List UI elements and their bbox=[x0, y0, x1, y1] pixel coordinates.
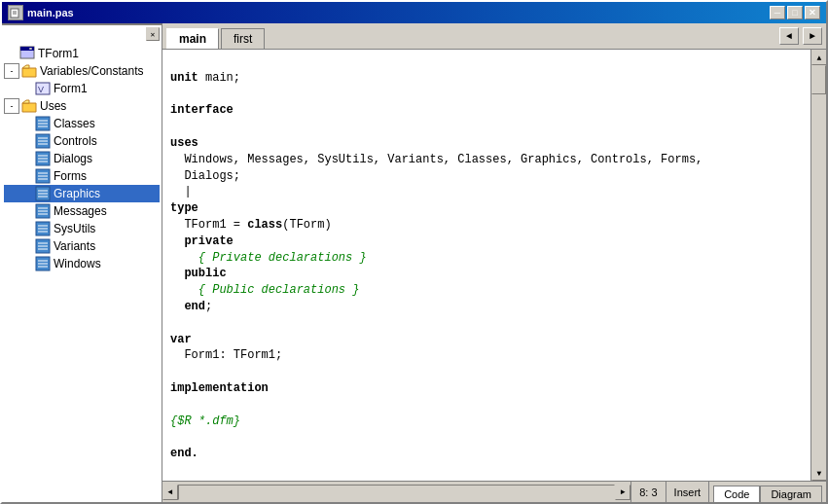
code-line-5 bbox=[170, 119, 803, 135]
vertical-scrollbar[interactable]: ▲ ▼ bbox=[810, 50, 826, 481]
tree-item-controls[interactable]: Controls bbox=[4, 132, 160, 150]
module-icon-controls bbox=[35, 133, 51, 149]
code-line-7: Windows, Messages, SysUtils, Variants, C… bbox=[170, 152, 803, 168]
code-line-1 bbox=[170, 54, 803, 70]
code-line-8: Dialogs; bbox=[170, 168, 803, 185]
tree-close-button[interactable]: ✕ bbox=[146, 27, 160, 41]
tree-label-graphics: Graphics bbox=[54, 187, 100, 200]
right-panel: main first ◄ ► unit main; interface bbox=[162, 23, 826, 502]
tree-item-sysutils[interactable]: SysUtils bbox=[4, 220, 160, 237]
close-button[interactable]: ✕ bbox=[805, 6, 820, 19]
insert-mode: Insert bbox=[666, 482, 710, 502]
code-line-6: uses bbox=[170, 135, 803, 152]
module-icon-forms bbox=[35, 168, 51, 184]
view-tab-diagram[interactable]: Diagram bbox=[760, 486, 822, 502]
main-window: main.pas ─ □ ✕ ✕ bbox=[0, 0, 828, 504]
code-editor[interactable]: unit main; interface uses Windows, Messa… bbox=[162, 50, 810, 481]
tree-label-uses: Uses bbox=[40, 99, 66, 113]
code-line-2: unit main; bbox=[170, 70, 803, 87]
var-icon: V bbox=[35, 81, 51, 96]
expand-variables[interactable]: - bbox=[4, 63, 19, 79]
tree-item-messages[interactable]: Messages bbox=[4, 202, 160, 220]
module-icon-windows bbox=[35, 256, 51, 271]
code-line-18: var bbox=[170, 332, 803, 348]
module-icon-graphics bbox=[35, 186, 51, 201]
tree-item-graphics[interactable]: Graphics bbox=[4, 185, 160, 202]
tree-item-uses[interactable]: - Uses bbox=[4, 97, 160, 115]
expand-uses[interactable]: - bbox=[4, 98, 19, 114]
code-line-11: TForm1 = class(TForm) bbox=[170, 217, 803, 234]
tree-label-windows: Windows bbox=[54, 257, 101, 270]
code-line-20 bbox=[170, 364, 803, 380]
tree-label-sysutils: SysUtils bbox=[54, 222, 95, 235]
scroll-right-button[interactable]: ► bbox=[615, 485, 630, 500]
code-line-23: {$R *.dfm} bbox=[170, 414, 803, 430]
code-line-25: end. bbox=[170, 446, 803, 462]
code-line-24 bbox=[170, 429, 803, 446]
cursor-position: 8: 3 bbox=[631, 482, 666, 502]
nav-forward-button[interactable]: ► bbox=[803, 27, 822, 45]
scroll-track[interactable] bbox=[811, 65, 826, 465]
tree-label-classes: Classes bbox=[54, 117, 95, 130]
window-body: ✕ TForm1 - bbox=[2, 23, 826, 502]
module-icon-messages bbox=[35, 203, 51, 219]
tree-item-forms[interactable]: Forms bbox=[4, 167, 160, 185]
minimize-button[interactable]: ─ bbox=[770, 6, 785, 19]
tree-item-form1[interactable]: V Form1 bbox=[4, 80, 160, 97]
tree-item-variables[interactable]: - Variables/Constants bbox=[4, 62, 160, 80]
tree-label-form1-var: Form1 bbox=[54, 82, 88, 95]
window-title: main.pas bbox=[27, 7, 74, 18]
code-line-12: private bbox=[170, 234, 803, 250]
tab-bar: main first ◄ ► bbox=[162, 23, 826, 50]
code-line-21: implementation bbox=[170, 380, 803, 397]
code-line-17 bbox=[170, 315, 803, 332]
tree-label-variables: Variables/Constants bbox=[40, 64, 144, 78]
window-icon bbox=[8, 5, 23, 20]
tree-item-tform1[interactable]: TForm1 bbox=[4, 45, 160, 62]
tree-item-variants[interactable]: Variants bbox=[4, 237, 160, 255]
tree-label-tform1: TForm1 bbox=[38, 47, 79, 60]
scroll-thumb[interactable] bbox=[811, 65, 826, 94]
title-bar: main.pas ─ □ ✕ bbox=[2, 2, 826, 23]
tree-label-variants: Variants bbox=[54, 239, 95, 253]
mode-text: Insert bbox=[674, 486, 702, 498]
tree-label-forms: Forms bbox=[54, 169, 87, 183]
code-line-3 bbox=[170, 87, 803, 103]
module-icon-sysutils bbox=[35, 221, 51, 236]
tree-item-dialogs[interactable]: Dialogs bbox=[4, 150, 160, 167]
code-line-13: { Private declarations } bbox=[170, 250, 803, 267]
code-line-9: | bbox=[170, 184, 803, 200]
title-bar-left: main.pas bbox=[8, 5, 74, 20]
status-bar: ◄ ► 8: 3 Insert Code Diagram bbox=[162, 481, 826, 502]
tree-label-dialogs: Dialogs bbox=[54, 152, 92, 165]
svg-text:V: V bbox=[38, 85, 44, 94]
code-line-4: interface bbox=[170, 102, 803, 119]
tab-first[interactable]: first bbox=[221, 28, 265, 49]
view-tab-code[interactable]: Code bbox=[713, 486, 760, 502]
tab-main[interactable]: main bbox=[166, 28, 219, 49]
view-tabs: Code Diagram bbox=[709, 482, 826, 502]
code-line-19: Form1: TForm1; bbox=[170, 347, 803, 364]
tree-label-controls: Controls bbox=[54, 134, 97, 148]
svg-rect-5 bbox=[29, 48, 32, 50]
form-icon bbox=[19, 46, 35, 61]
module-icon-dialogs bbox=[35, 151, 51, 166]
nav-back-button[interactable]: ◄ bbox=[779, 27, 799, 45]
tree-item-windows[interactable]: Windows bbox=[4, 255, 160, 272]
h-scroll-track[interactable] bbox=[178, 485, 615, 500]
horizontal-scrollbar[interactable]: ◄ ► bbox=[162, 482, 631, 502]
scroll-down-button[interactable]: ▼ bbox=[811, 465, 826, 481]
code-line-16: end; bbox=[170, 299, 803, 315]
tree-item-classes[interactable]: Classes bbox=[4, 115, 160, 132]
folder-icon-uses bbox=[21, 98, 37, 114]
scroll-left-button[interactable]: ◄ bbox=[162, 485, 178, 500]
module-icon-classes bbox=[35, 116, 51, 131]
tab-first-label: first bbox=[234, 32, 252, 46]
tree-label-messages: Messages bbox=[54, 204, 107, 218]
maximize-button[interactable]: □ bbox=[787, 6, 803, 19]
window-controls: ─ □ ✕ bbox=[770, 6, 820, 19]
folder-icon-variables bbox=[21, 63, 37, 79]
tab-main-label: main bbox=[179, 32, 206, 46]
scroll-up-button[interactable]: ▲ bbox=[811, 50, 826, 65]
view-tab-diagram-label: Diagram bbox=[771, 488, 811, 500]
